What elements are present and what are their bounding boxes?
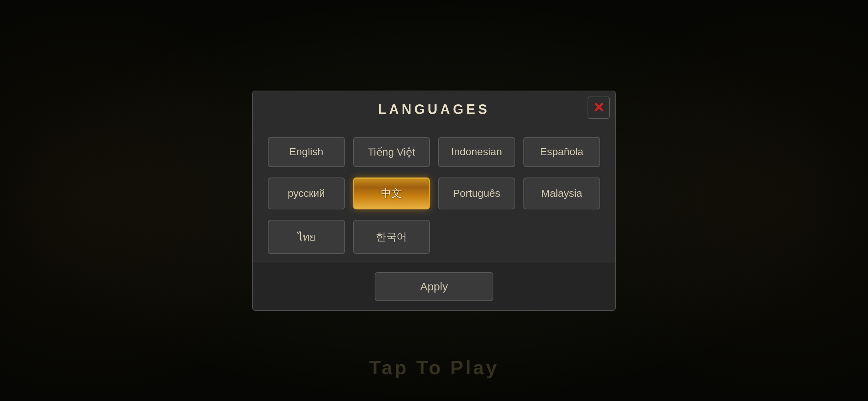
apply-button[interactable]: Apply (375, 272, 493, 301)
languages-dialog: ✕ LANGUAGES English Tiếng Việt Indonesia… (252, 91, 616, 311)
lang-btn-portuguese[interactable]: Português (438, 177, 515, 209)
dialog-header: LANGUAGES (253, 91, 615, 125)
dialog-footer: Apply (253, 263, 615, 310)
modal-overlay: ✕ LANGUAGES English Tiếng Việt Indonesia… (0, 0, 868, 401)
lang-btn-english[interactable]: English (268, 137, 345, 167)
lang-btn-indonesian[interactable]: Indonesian (438, 137, 515, 167)
language-grid-row2: русский 中文 Português Malaysia (268, 177, 600, 209)
language-grid-row1: English Tiếng Việt Indonesian Española (268, 137, 600, 167)
lang-btn-tiengviet[interactable]: Tiếng Việt (353, 137, 430, 167)
lang-btn-chinese[interactable]: 中文 (353, 177, 430, 209)
language-grid-row3: ไทย 한국어 (268, 220, 600, 254)
close-button[interactable]: ✕ (588, 97, 610, 119)
close-icon: ✕ (593, 101, 605, 115)
lang-btn-espanola[interactable]: Española (523, 137, 601, 167)
dialog-title: LANGUAGES (378, 102, 490, 117)
lang-btn-malaysia[interactable]: Malaysia (523, 177, 601, 209)
lang-btn-russian[interactable]: русский (268, 177, 345, 209)
lang-btn-thai[interactable]: ไทย (268, 220, 345, 254)
lang-btn-korean[interactable]: 한국어 (353, 220, 430, 254)
dialog-body: English Tiếng Việt Indonesian Española р… (253, 125, 615, 263)
